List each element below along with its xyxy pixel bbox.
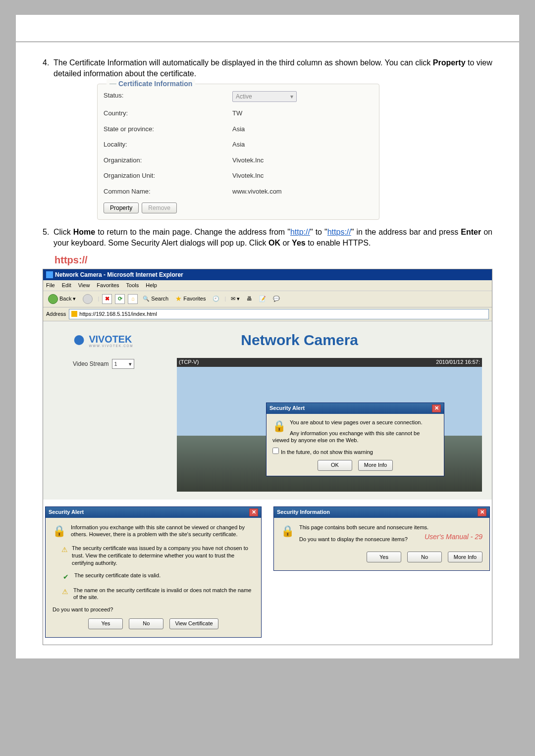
warning-icon: ⚠ [61,587,69,597]
favorites-button[interactable]: ★Favorites [173,293,208,304]
dialog-title: Security Alert [269,404,305,412]
menu-edit[interactable]: Edit [62,282,71,289]
timestamp: 2010/01/12 16:57: [436,358,480,366]
http-link[interactable]: http:// [290,228,310,236]
lock-warning-icon: 🔒 [281,524,294,547]
step-number: 5. [43,227,54,248]
no-button[interactable]: No [129,618,163,629]
cert-country-value: TW [232,109,373,118]
search-button[interactable]: 🔍 Search [141,294,170,303]
back-icon [48,294,58,304]
print-icon[interactable]: 🖶 [245,294,254,303]
t: to enable HTTPS. [306,239,371,247]
no-button[interactable]: No [407,552,442,562]
cert-country-label: Country: [104,109,232,118]
video-stream-select[interactable]: 1▾ [112,359,134,369]
property-button[interactable]: Property [104,202,139,213]
view-certificate-button[interactable]: View Certificate [169,618,218,629]
cert-org-label: Organization: [104,156,232,165]
camera-title: Network Camera [241,330,358,351]
alert1-p1: You are about to view pages over a secur… [272,419,438,426]
close-icon[interactable]: ✕ [432,404,441,412]
menu-help[interactable]: Help [146,282,157,289]
check-icon: ✔ [61,572,70,582]
mail-icon[interactable]: ✉ ▾ [229,294,242,303]
alert2-q: Do you want to proceed? [53,606,254,613]
cert-locality-label: Locality: [104,140,232,149]
cert-orgunit-label: Organization Unit: [104,171,232,180]
ie-icon [46,271,53,278]
menu-favorites[interactable]: Favorites [97,282,119,289]
address-input[interactable]: https://192.168.5.151/index.html [69,309,489,319]
do-not-show-checkbox[interactable] [272,448,279,454]
page-footer: User's Manual - 29 [425,533,482,541]
menu-file[interactable]: File [46,282,55,289]
home-icon[interactable]: ⌂ [128,294,138,304]
star-icon: ★ [175,294,182,303]
svg-point-0 [74,335,84,345]
browser-titlebar: Network Camera - Microsoft Internet Expl… [43,269,492,280]
menu-view[interactable]: View [78,282,90,289]
forward-button[interactable] [81,293,95,305]
t: Click [54,228,73,236]
step-4: 4. The Certificate Information will auto… [43,57,492,79]
vivotek-logo: VIVOTEK WWW.VIVOTEK.COM [73,330,162,350]
step4-property: Property [433,58,466,67]
yes-button[interactable]: Yes [367,552,401,562]
cert-status-label: Status: [104,91,232,102]
refresh-icon[interactable]: ⟳ [115,294,125,304]
step4-text-pre: The Certificate Information will automat… [54,58,433,67]
page-icon [71,311,77,317]
close-icon[interactable]: ✕ [478,508,486,516]
address-bar: Address https://192.168.5.151/index.html [43,307,492,321]
header-rule [16,42,519,42]
step-number: 4. [43,57,54,79]
menu-tools[interactable]: Tools [126,282,139,289]
edit-icon[interactable]: 📝 [257,294,268,303]
video-area: (TCP-V) 2010/01/12 16:57: Security Alert… [177,358,482,492]
ok-bold: OK [268,239,280,247]
https-link[interactable]: https:// [327,228,351,236]
cert-orgunit-value: Vivotek.Inc [232,171,373,180]
browser-menubar: File Edit View Favorites Tools Help [43,280,492,291]
dialog-title: Security Information [277,508,330,516]
more-info-button[interactable]: More Info [358,460,393,471]
ok-button[interactable]: OK [318,460,352,471]
forward-icon [83,294,93,304]
cert-legend: Certificate Information [107,79,195,89]
more-info-button[interactable]: More Info [448,552,482,562]
cert-status-value: Active [236,93,252,101]
cert-org-value: Vivotek.Inc [232,156,373,165]
lock-icon: 🔒 [272,419,286,434]
alert2-p2: The security certificate was issued by a… [72,545,254,567]
history-icon[interactable]: 🕘 [211,294,221,303]
alert2-p4: The name on the security certificate is … [73,587,254,602]
alert3-q: Do you want to display the nonsecure ite… [299,536,428,543]
alert2-p1: Information you exchange with this site … [71,524,254,538]
cert-cn-value: www.vivotek.com [232,187,373,196]
https-heading: https:// [54,253,492,267]
t: or [280,239,292,247]
svg-text:VIVOTEK: VIVOTEK [89,334,132,345]
svg-text:WWW.VIVOTEK.COM: WWW.VIVOTEK.COM [89,344,133,348]
yes-button[interactable]: Yes [88,618,123,629]
remove-button[interactable]: Remove [142,202,177,213]
cert-cn-label: Common Name: [104,187,232,196]
cert-status-select[interactable]: Active ▾ [232,91,297,102]
url-text: https://192.168.5.151/index.html [79,310,157,318]
chevron-down-icon: ▾ [129,360,132,368]
alert1-p2: Any information you exchange with this s… [272,430,438,444]
t: " in the address bar and press [351,228,461,236]
alert2-p3: The security certificate date is valid. [74,572,160,579]
dialog-title: Security Alert [49,508,84,516]
stop-icon[interactable]: ✖ [102,294,112,304]
codec-label: (TCP-V) [179,358,199,366]
alert1-chk-label: In the future, do not show this warning [281,449,373,455]
close-icon[interactable]: ✕ [249,508,258,516]
enter-bold: Enter [461,228,481,236]
camera-page: VIVOTEK WWW.VIVOTEK.COM Network Camera V… [43,321,492,500]
browser-title: Network Camera - Microsoft Internet Expl… [55,271,183,279]
alert3-p1: This page contains both secure and nonse… [299,524,428,531]
discuss-icon[interactable]: 💬 [271,294,282,303]
back-button[interactable]: Back ▾ [46,293,78,305]
